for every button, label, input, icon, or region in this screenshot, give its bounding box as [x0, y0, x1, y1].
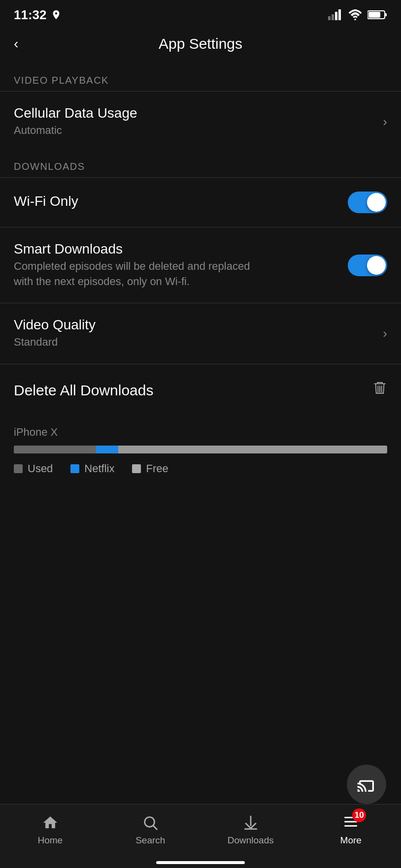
device-name: iPhone X [14, 426, 387, 439]
search-icon [141, 813, 160, 832]
svg-point-4 [354, 19, 356, 20]
more-badge: 10 [352, 808, 366, 822]
time-display: 11:32 [14, 7, 47, 23]
bar-netflix [96, 446, 118, 453]
back-button[interactable]: ‹ [14, 36, 18, 52]
smart-downloads-toggle[interactable] [348, 255, 387, 276]
wifi-only-title: Wi-Fi Only [14, 193, 348, 209]
cellular-data-row[interactable]: Cellular Data Usage Automatic › [0, 92, 401, 152]
nav-more[interactable]: 10 More [301, 811, 401, 846]
svg-rect-2 [335, 12, 337, 20]
battery-icon [368, 10, 387, 20]
header: ‹ App Settings [0, 27, 401, 66]
legend-used-label: Used [28, 462, 53, 475]
smart-downloads-row: Smart Downloads Completed episodes will … [0, 227, 401, 303]
status-bar: 11:32 [0, 0, 401, 27]
legend-netflix: Netflix [70, 462, 114, 475]
svg-line-12 [154, 826, 158, 830]
svg-rect-1 [332, 14, 334, 20]
bar-free [118, 446, 387, 453]
nav-home[interactable]: Home [0, 811, 100, 846]
more-icon: 10 [341, 813, 360, 832]
cellular-data-arrow: › [383, 114, 387, 129]
smart-downloads-title: Smart Downloads [14, 241, 338, 257]
signal-icon [328, 9, 343, 20]
downloads-icon [241, 813, 260, 832]
legend-box-netflix [70, 464, 79, 473]
wifi-only-toggle[interactable] [348, 192, 387, 213]
svg-rect-3 [338, 9, 341, 20]
nav-home-label: Home [37, 835, 63, 846]
video-quality-title: Video Quality [14, 317, 375, 333]
bottom-nav: Home Search Downloads [0, 804, 401, 868]
home-icon [41, 813, 60, 832]
cast-button[interactable] [347, 765, 386, 804]
video-quality-arrow: › [383, 326, 387, 341]
delete-all-row[interactable]: Delete All Downloads [0, 364, 401, 416]
cast-icon [357, 774, 376, 794]
nav-search-label: Search [135, 835, 165, 846]
storage-section: iPhone X Used Netflix Free [0, 416, 401, 483]
page-title: App Settings [14, 35, 387, 52]
trash-icon [372, 380, 387, 400]
nav-search[interactable]: Search [100, 811, 201, 846]
smart-downloads-toggle-thumb [367, 256, 386, 275]
svg-point-11 [145, 817, 155, 827]
legend-box-used [14, 464, 23, 473]
wifi-only-toggle-thumb [367, 193, 386, 212]
legend-free: Free [132, 462, 168, 475]
cellular-data-title: Cellular Data Usage [14, 105, 375, 121]
nav-downloads-label: Downloads [228, 835, 274, 846]
wifi-icon [348, 9, 363, 20]
storage-bar [14, 446, 387, 453]
nav-more-label: More [340, 835, 362, 846]
legend-netflix-label: Netflix [84, 462, 114, 475]
location-icon [51, 9, 62, 20]
legend-free-label: Free [146, 462, 168, 475]
svg-rect-6 [385, 13, 387, 16]
home-indicator [156, 861, 245, 864]
svg-rect-7 [368, 12, 380, 18]
video-quality-row[interactable]: Video Quality Standard › [0, 303, 401, 364]
video-playback-section-label: VIDEO PLAYBACK [0, 66, 401, 91]
svg-rect-0 [328, 16, 331, 20]
legend-used: Used [14, 462, 53, 475]
more-badge-container: 10 [342, 813, 359, 832]
bar-used [14, 446, 96, 453]
cellular-data-subtitle: Automatic [14, 123, 260, 138]
status-time: 11:32 [14, 7, 62, 23]
storage-legend: Used Netflix Free [14, 462, 387, 475]
legend-box-free [132, 464, 141, 473]
status-icons [328, 9, 387, 20]
nav-downloads[interactable]: Downloads [200, 811, 301, 846]
video-quality-subtitle: Standard [14, 335, 260, 350]
wifi-only-row: Wi-Fi Only [0, 178, 401, 227]
smart-downloads-description: Completed episodes will be deleted and r… [14, 259, 260, 289]
delete-all-title: Delete All Downloads [14, 382, 154, 399]
downloads-section-label: DOWNLOADS [0, 152, 401, 177]
